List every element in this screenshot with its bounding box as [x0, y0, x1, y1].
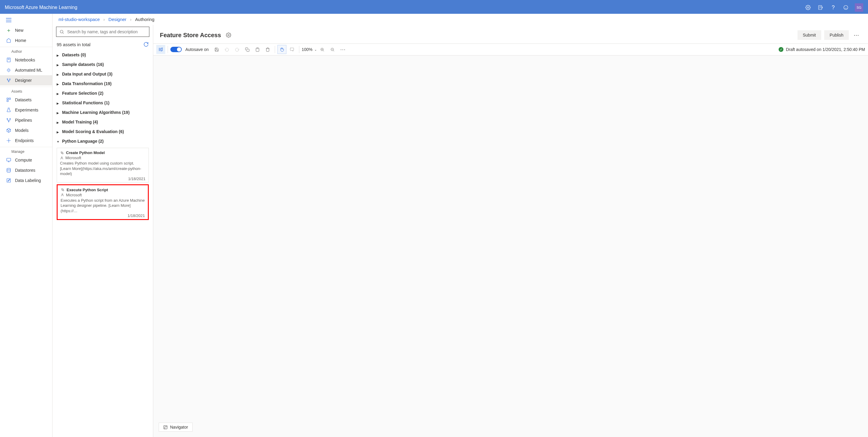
left-nav: ＋ New Home Author Notebooks Automated ML… [0, 14, 53, 437]
settings-icon[interactable] [226, 32, 231, 38]
refresh-icon[interactable] [143, 42, 149, 47]
svg-rect-26 [257, 48, 258, 48]
nav-new[interactable]: ＋ New [0, 25, 52, 35]
more-button[interactable]: ⋯ [852, 32, 861, 38]
group-label: Machine Learning Algorithms (19) [62, 110, 130, 115]
svg-rect-8 [9, 98, 10, 100]
automl-icon [6, 67, 11, 73]
search-icon [59, 29, 64, 34]
submit-button[interactable]: Submit [798, 30, 822, 40]
nav-pipelines[interactable]: Pipelines [0, 115, 52, 125]
caret-icon [57, 81, 60, 86]
nav-notebooks[interactable]: Notebooks [0, 55, 52, 65]
divider [275, 46, 275, 53]
smile-icon[interactable] [842, 4, 849, 11]
group-modeltrain[interactable]: Model Training (4) [57, 117, 149, 127]
nav-models[interactable]: Models [0, 125, 52, 135]
design-canvas[interactable]: Navigator [153, 56, 868, 437]
nav-designer[interactable]: Designer [0, 75, 52, 86]
pipeline-title[interactable]: Feature Store Access [160, 32, 221, 39]
group-dataio[interactable]: Data Input and Output (3) [57, 69, 149, 79]
nav-compute[interactable]: Compute [0, 155, 52, 165]
module-create-python[interactable]: Create Python Model Microsoft Creates Py… [57, 148, 149, 182]
library-toggle[interactable] [156, 45, 165, 54]
nav-label: Datasets [15, 97, 31, 102]
nav-endpoints[interactable]: Endpoints [0, 135, 52, 146]
home-icon [6, 38, 11, 43]
edit-icon [6, 178, 11, 183]
gear-icon[interactable] [804, 4, 812, 11]
zoom-out-icon[interactable] [328, 45, 337, 54]
pan-icon[interactable] [277, 45, 286, 54]
user-avatar[interactable]: SG [855, 3, 863, 12]
nav-label: Data Labeling [15, 178, 41, 183]
svg-point-21 [61, 189, 63, 190]
module-icon [60, 151, 64, 155]
group-modelscore[interactable]: Model Scoring & Evaluation (6) [57, 127, 149, 136]
caret-icon [57, 110, 60, 115]
redo-icon[interactable] [233, 45, 242, 54]
help-icon[interactable]: ? [830, 4, 837, 11]
nav-datalabeling[interactable]: Data Labeling [0, 175, 52, 186]
module-title: Execute Python Script [67, 188, 108, 192]
toolbar-more[interactable]: ⋯ [338, 46, 348, 53]
svg-rect-16 [7, 179, 10, 182]
person-icon [61, 193, 64, 197]
nav-label: New [15, 28, 23, 33]
navigator-button[interactable]: Navigator [159, 423, 192, 432]
svg-rect-14 [7, 158, 10, 161]
group-python[interactable]: Python Language (2) [57, 136, 149, 146]
copy-icon[interactable] [243, 45, 252, 54]
svg-rect-27 [290, 48, 293, 51]
caret-icon [57, 62, 60, 67]
undo-icon[interactable] [222, 45, 231, 54]
group-statfunc[interactable]: Statistical Functions (1) [57, 98, 149, 108]
search-input[interactable] [56, 27, 149, 37]
nav-label: Experiments [15, 108, 38, 112]
breadcrumb-workspace[interactable]: ml-studio-workspace [59, 17, 100, 22]
select-icon[interactable] [288, 45, 297, 54]
flask-icon [6, 107, 11, 113]
feedback-icon[interactable] [817, 4, 824, 11]
svg-point-12 [8, 121, 9, 122]
svg-point-22 [63, 190, 64, 191]
nav-label: Datastores [15, 168, 35, 173]
module-date: 1/18/2021 [60, 176, 146, 181]
caret-icon [57, 100, 60, 105]
svg-point-23 [62, 194, 63, 195]
nav-datasets[interactable]: Datasets [0, 95, 52, 105]
nav-automl[interactable]: Automated ML [0, 65, 52, 75]
publish-button[interactable]: Publish [824, 30, 849, 40]
caret-icon [57, 91, 60, 96]
nav-experiments[interactable]: Experiments [0, 105, 52, 115]
group-datatrans[interactable]: Data Transformation (19) [57, 79, 149, 89]
svg-rect-1 [818, 5, 822, 9]
main-area: ml-studio-workspace › Designer › Authori… [53, 14, 868, 437]
caret-icon [57, 139, 60, 143]
autosave-toggle[interactable] [170, 47, 182, 52]
nav-datastores[interactable]: Datastores [0, 165, 52, 175]
group-mlalg[interactable]: Machine Learning Algorithms (19) [57, 108, 149, 117]
search-field[interactable] [67, 29, 146, 34]
group-datasets[interactable]: Datasets (0) [57, 50, 149, 60]
group-featuresel[interactable]: Feature Selection (2) [57, 89, 149, 98]
chevron-right-icon: › [103, 17, 105, 22]
nav-home[interactable]: Home [0, 35, 52, 45]
navigator-label: Navigator [170, 425, 188, 430]
breadcrumb: ml-studio-workspace › Designer › Authori… [53, 14, 868, 25]
svg-point-4 [7, 79, 8, 80]
divider [299, 46, 299, 53]
hamburger-icon[interactable] [0, 16, 52, 25]
breadcrumb-designer[interactable]: Designer [108, 17, 127, 22]
database-icon [6, 168, 11, 173]
zoom-level[interactable]: 100%⌄ [302, 47, 317, 52]
svg-point-19 [62, 153, 64, 154]
zoom-in-icon[interactable] [318, 45, 327, 54]
paste-icon[interactable] [253, 45, 262, 54]
module-exec-python[interactable]: Execute Python Script Microsoft Executes… [57, 184, 149, 220]
group-label: Model Scoring & Evaluation (6) [62, 129, 124, 134]
group-sample[interactable]: Sample datasets (16) [57, 60, 149, 69]
person-icon [60, 156, 64, 160]
save-icon[interactable] [212, 45, 221, 54]
delete-icon[interactable] [264, 45, 272, 54]
